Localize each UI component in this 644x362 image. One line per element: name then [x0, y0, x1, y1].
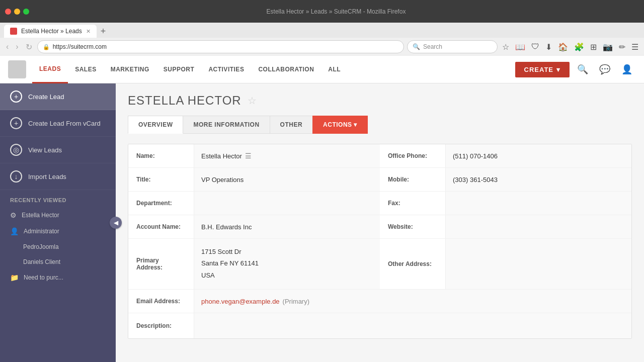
notifications-icon-button[interactable]: 💬 — [596, 60, 614, 78]
detail-cell-other-address: Other Address: — [380, 239, 631, 289]
main-layout: + Create Lead + Create Lead From vCard ◎… — [0, 83, 644, 362]
home-icon[interactable]: 🏠 — [556, 41, 570, 53]
primary-address-label: Primary Address: — [128, 239, 194, 289]
tab-more-information[interactable]: MORE INFORMATION — [183, 116, 270, 134]
office-phone-label: Office Phone: — [380, 144, 445, 167]
create-button-arrow: ▾ — [556, 66, 560, 73]
estella-hector-label: Estella Hector — [22, 212, 59, 219]
bookmark-star-icon[interactable]: ☆ — [501, 41, 511, 53]
detail-row-account-website: Account Name: B.H. Edwards Inc Website: — [128, 215, 631, 239]
primary-address-line1: 1715 Scott Dr — [201, 246, 373, 257]
sidebar-item-view-leads[interactable]: ◎ View Leads — [0, 137, 116, 163]
tab-title: Estella Hector » Leads — [21, 28, 82, 35]
recently-viewed-title: Recently Viewed — [0, 190, 116, 207]
email-address-label: Email Address: — [128, 290, 194, 313]
sidebar-item-import-leads[interactable]: ↓ Import Leads — [0, 163, 116, 190]
need-to-purc-icon: 📁 — [10, 274, 19, 282]
sidebar-item-create-lead-vcard-label: Create Lead From vCard — [28, 120, 101, 127]
detail-cell-mobile: Mobile: (303) 361-5043 — [380, 168, 631, 191]
header-right: CREATE ▾ 🔍 💬 👤 — [515, 60, 636, 78]
app-logo — [8, 60, 26, 78]
detail-cell-description: Description: — [128, 313, 631, 338]
account-name-value: B.H. Edwards Inc — [194, 215, 380, 238]
detail-row-title-mobile: Title: VP Operations Mobile: (303) 361-5… — [128, 168, 631, 192]
detail-cell-website: Website: — [380, 215, 631, 238]
nav-item-sales[interactable]: SALES — [68, 56, 104, 83]
screenshots-icon[interactable]: 📷 — [601, 41, 614, 53]
detail-cell-office-phone: Office Phone: (511) 070-1406 — [380, 144, 631, 167]
create-button[interactable]: CREATE ▾ — [515, 62, 570, 77]
shield-icon[interactable]: 🛡 — [530, 41, 541, 52]
daniels-client-label: Daniels Client — [23, 258, 60, 265]
tab-other[interactable]: OTHER — [270, 116, 313, 134]
website-value — [445, 215, 631, 238]
sidebar-menu: + Create Lead + Create Lead From vCard ◎… — [0, 83, 116, 362]
window-controls — [5, 9, 29, 15]
account-name-text: B.H. Edwards Inc — [201, 223, 252, 231]
browser-tab-active[interactable]: Estella Hector » Leads ✕ — [4, 25, 97, 38]
download-icon[interactable]: ⬇ — [544, 41, 553, 53]
nav-item-marketing[interactable]: MARKETING — [104, 56, 156, 83]
detail-panel: Name: Estella Hector ☰ Office Phone: (51… — [128, 144, 632, 339]
tab-close-btn[interactable]: ✕ — [86, 28, 91, 35]
sidebar-recently-administrator[interactable]: 👤 Administrator — [0, 223, 116, 239]
mobile-value: (303) 361-5043 — [445, 168, 631, 191]
fax-value — [445, 192, 631, 215]
user-icon-button[interactable]: 👤 — [618, 60, 636, 78]
menu-icon[interactable]: ☰ — [630, 41, 640, 53]
sidebar-item-create-lead-label: Create Lead — [28, 93, 64, 101]
name-detail-icon[interactable]: ☰ — [245, 152, 252, 160]
search-icon: 🔍 — [413, 43, 420, 50]
account-name-label: Account Name: — [128, 215, 194, 238]
sidebar-item-view-leads-label: View Leads — [28, 146, 62, 154]
view-leads-icon: ◎ — [10, 144, 22, 156]
nav-item-all[interactable]: ALL — [321, 56, 348, 83]
sidebar-recently-pedrojoomla[interactable]: PedroJoomla — [0, 239, 116, 254]
content-area: ESTELLA HECTOR ☆ OVERVIEW MORE INFORMATI… — [116, 83, 644, 362]
sidebar-item-create-lead-vcard[interactable]: + Create Lead From vCard — [0, 110, 116, 137]
fax-label: Fax: — [380, 192, 445, 215]
sidebar-collapse-button[interactable]: ◀ — [110, 217, 122, 229]
sidebar-recently-need-to-purc[interactable]: 📁 Need to purc... — [0, 269, 116, 286]
grid-icon[interactable]: ⊞ — [589, 41, 598, 53]
name-label: Name: — [128, 144, 194, 167]
search-icon-button[interactable]: 🔍 — [574, 60, 592, 78]
detail-cell-account-name: Account Name: B.H. Edwards Inc — [128, 215, 380, 238]
nav-item-leads[interactable]: LEADS — [32, 56, 68, 83]
sidebar-recently-estella-hector[interactable]: ⚙ Estella Hector — [0, 207, 116, 223]
minimize-btn[interactable] — [14, 9, 20, 15]
title-label: Title: — [128, 168, 194, 191]
reload-button[interactable]: ↻ — [24, 41, 34, 53]
tab-actions[interactable]: ACTIONS ▾ — [312, 116, 368, 134]
administrator-label: Administrator — [24, 228, 59, 235]
close-btn[interactable] — [5, 9, 11, 15]
nav-item-collaboration[interactable]: COLLABORATION — [251, 56, 321, 83]
tab-overview[interactable]: OVERVIEW — [128, 116, 183, 134]
name-text: Estella Hector — [201, 152, 242, 160]
new-tab-button[interactable]: + — [99, 26, 108, 37]
address-bar[interactable]: 🔒 https://suitecrm.com — [37, 40, 404, 53]
main-nav: LEADS SALES MARKETING SUPPORT ACTIVITIES… — [32, 56, 515, 83]
import-leads-icon: ↓ — [10, 170, 22, 183]
detail-row-department-fax: Department: Fax: — [128, 192, 631, 215]
forward-button[interactable]: › — [14, 41, 20, 52]
email-address-link[interactable]: phone.vegan@example.de — [201, 298, 280, 305]
maximize-btn[interactable] — [23, 9, 29, 15]
pencil-icon[interactable]: ✏ — [617, 41, 627, 53]
other-address-label: Other Address: — [380, 239, 445, 289]
sidebar-recently-daniels-client[interactable]: Daniels Client — [0, 254, 116, 269]
detail-cell-email: Email Address: phone.vegan@example.de (P… — [128, 290, 631, 313]
puzzle-icon[interactable]: 🧩 — [573, 41, 586, 53]
nav-item-activities[interactable]: ACTIVITIES — [201, 56, 251, 83]
reading-mode-icon[interactable]: 📖 — [514, 41, 527, 53]
favorite-star-icon[interactable]: ☆ — [248, 95, 257, 107]
detail-cell-department: Department: — [128, 192, 380, 215]
back-button[interactable]: ‹ — [4, 41, 11, 52]
sidebar-item-create-lead[interactable]: + Create Lead — [0, 83, 116, 110]
name-value: Estella Hector ☰ — [194, 144, 380, 167]
create-lead-icon: + — [10, 90, 22, 103]
nav-item-support[interactable]: SUPPORT — [156, 56, 202, 83]
tabs-bar: OVERVIEW MORE INFORMATION OTHER ACTIONS … — [128, 116, 632, 134]
sidebar: + Create Lead + Create Lead From vCard ◎… — [0, 83, 116, 362]
browser-search-bar[interactable]: 🔍 Search — [407, 40, 498, 53]
